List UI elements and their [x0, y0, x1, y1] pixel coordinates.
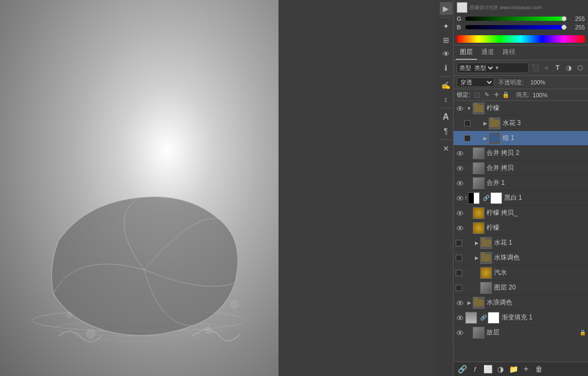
- crop-tool[interactable]: ⊞: [440, 34, 452, 46]
- layer-item[interactable]: ▶ 水花 3: [454, 116, 588, 131]
- pixel-icon[interactable]: ⬛: [530, 63, 540, 73]
- layer-item[interactable]: ▶ 水花 1: [454, 236, 588, 250]
- layer-visibility-toggle[interactable]: [456, 299, 464, 307]
- chevron-down-icon: ▼: [495, 65, 499, 70]
- layer-name: 故层: [487, 328, 579, 337]
- layer-item[interactable]: 合并 1: [454, 176, 588, 191]
- layer-item[interactable]: 图层 20: [454, 280, 588, 295]
- layer-item[interactable]: 合并 拷贝 2: [454, 146, 588, 161]
- brush-tool[interactable]: ✍: [440, 79, 452, 92]
- layer-checkbox[interactable]: [464, 135, 471, 142]
- layer-item[interactable]: ▶ 水浪调色: [454, 295, 588, 310]
- layer-expand-btn[interactable]: ▶: [473, 254, 480, 262]
- layer-visibility-toggle[interactable]: [456, 194, 464, 202]
- layer-item[interactable]: 柠檬: [454, 221, 588, 236]
- new-adjustment-button[interactable]: ◑: [495, 364, 506, 374]
- tab-layers[interactable]: 图层: [456, 45, 477, 60]
- layer-name: 水浪调色: [487, 298, 586, 307]
- layer-visibility-toggle[interactable]: [456, 104, 464, 113]
- b-slider[interactable]: [465, 25, 567, 29]
- layer-effects-button[interactable]: f: [470, 364, 480, 374]
- layer-name: 组 1: [503, 134, 586, 143]
- layer-checkbox[interactable]: [456, 240, 462, 246]
- color-preview[interactable]: [457, 2, 467, 13]
- layer-item[interactable]: 合并 拷贝: [454, 161, 588, 176]
- layer-link-icon[interactable]: 🔗: [480, 314, 487, 322]
- layer-thumbnail: [473, 177, 484, 189]
- layer-visibility-toggle[interactable]: [456, 209, 464, 217]
- layer-clip-icon: f: [465, 195, 467, 201]
- layer-expand-btn[interactable]: ▼: [465, 105, 473, 112]
- paragraph-tool[interactable]: ¶: [440, 124, 452, 137]
- layer-expand-btn[interactable]: ▶: [481, 120, 489, 127]
- color-panel: 思缘设计社区 www.missyuan.com G 255 B 255: [454, 0, 588, 45]
- layer-visibility-toggle[interactable]: [456, 149, 464, 158]
- opacity-label: 不透明度:: [498, 79, 523, 87]
- layer-item[interactable]: 汽水: [454, 265, 588, 280]
- layer-expand-btn[interactable]: ▶: [465, 299, 473, 307]
- layers-bottom-toolbar: 🔗 f ⬜ ◑ 📁 + 🗑: [454, 362, 588, 376]
- layer-link-icon[interactable]: 🔗: [482, 194, 490, 202]
- layer-visibility-toggle[interactable]: [456, 314, 464, 322]
- lock-move-icon[interactable]: ✛: [492, 91, 500, 99]
- layer-item[interactable]: ▶ 水珠调色: [454, 250, 588, 265]
- g-slider[interactable]: [465, 17, 567, 21]
- layer-item[interactable]: f 🔗 黑白 1: [454, 191, 588, 206]
- layer-item[interactable]: ▼ 柠檬: [454, 101, 588, 116]
- layer-item[interactable]: 柠檬 拷贝_: [454, 206, 588, 221]
- layers-search[interactable]: 类型 类型 ▼: [457, 62, 529, 73]
- add-mask-button[interactable]: ⬜: [482, 364, 493, 374]
- b-thumb[interactable]: [561, 25, 567, 30]
- new-layer-button[interactable]: +: [521, 364, 531, 374]
- layer-name: 柠檬 拷贝_: [487, 208, 586, 217]
- lock-label: 锁定:: [457, 91, 470, 99]
- layer-checkbox[interactable]: [456, 255, 462, 261]
- layer-expand-btn[interactable]: ▶: [481, 135, 489, 142]
- layer-checkbox[interactable]: [456, 285, 462, 291]
- cross-tool[interactable]: ✕: [440, 142, 452, 155]
- layer-visibility-toggle[interactable]: [456, 164, 464, 173]
- info-tool[interactable]: ℹ: [440, 61, 452, 74]
- middle-area: [279, 0, 439, 376]
- text-icon[interactable]: T: [553, 63, 562, 73]
- delete-layer-button[interactable]: 🗑: [534, 364, 544, 374]
- eyedropper-tool[interactable]: 👁: [440, 48, 452, 60]
- image-thumb: [473, 327, 484, 338]
- image-thumb: [473, 163, 484, 174]
- tab-channels[interactable]: 通道: [477, 45, 498, 60]
- play-button[interactable]: ▶: [440, 2, 452, 15]
- adjustment-icon[interactable]: ◑: [564, 63, 574, 73]
- shape-icon[interactable]: ○: [542, 63, 551, 73]
- filter-type-select[interactable]: 类型: [472, 64, 495, 72]
- folder-icon: [490, 120, 499, 127]
- lock-all-icon[interactable]: 🔒: [502, 91, 510, 99]
- layer-mask-thumbnail: [488, 312, 499, 324]
- layer-visibility-toggle[interactable]: [456, 328, 464, 337]
- layer-checkbox[interactable]: [464, 120, 471, 127]
- lock-pixels-icon[interactable]: ⬚: [473, 91, 481, 99]
- layer-visibility-toggle[interactable]: [456, 224, 464, 232]
- layer-item[interactable]: 🔗 渐变填充 1: [454, 310, 588, 325]
- layer-expand-btn[interactable]: ▶: [473, 239, 480, 247]
- layer-thumbnail: [489, 118, 500, 129]
- search-type-label: 类型: [459, 64, 471, 72]
- tab-paths[interactable]: 路径: [498, 45, 520, 60]
- layer-item[interactable]: 故层 🔒: [454, 325, 588, 340]
- layer-item[interactable]: ▶ 组 1: [454, 131, 588, 146]
- settings-tool[interactable]: ✦: [440, 20, 452, 33]
- layer-visibility-toggle[interactable]: [456, 179, 464, 187]
- link-layers-button[interactable]: 🔗: [457, 364, 467, 374]
- smartobj-icon[interactable]: ⬡: [575, 63, 585, 73]
- image-thumb: [481, 283, 491, 293]
- layer-thumbnail: [468, 192, 480, 204]
- layer-checkbox[interactable]: [456, 270, 462, 276]
- color-spectrum[interactable]: [457, 35, 585, 43]
- stamp-tool[interactable]: ↕: [440, 93, 452, 106]
- blend-mode-select[interactable]: 穿透: [457, 77, 494, 87]
- g-thumb[interactable]: [561, 16, 567, 21]
- folder-icon: [474, 105, 483, 112]
- type-tool[interactable]: A: [440, 111, 452, 123]
- new-group-button[interactable]: 📁: [508, 364, 519, 374]
- lock-position-icon[interactable]: ✎: [483, 91, 490, 99]
- eye-icon: [457, 166, 463, 170]
